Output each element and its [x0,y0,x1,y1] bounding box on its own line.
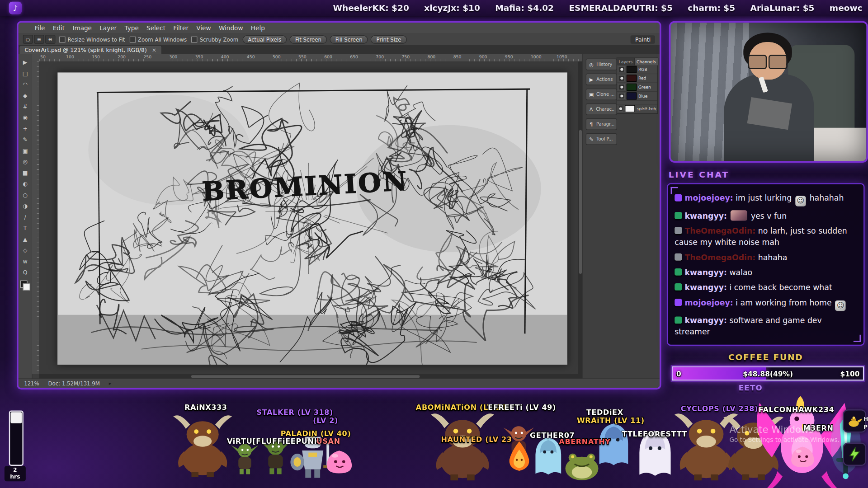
channel-row-rgb[interactable]: RGB [617,65,657,74]
type-tool-icon[interactable]: T [19,222,32,233]
hud-bolt-slot[interactable] [843,443,866,466]
panel-button-charac[interactable]: ACharac... [586,103,617,115]
panel-tab-layers[interactable]: Layers [617,58,635,66]
panel-tab-channels[interactable]: Channels [635,58,658,66]
chat-message: kwangyy: software and game dev streamer [675,314,857,337]
channel-row-green[interactable]: Green [617,83,657,92]
chat-badge-icon [675,299,682,306]
channel-name: RGB [638,67,647,72]
blur-tool-icon[interactable]: ○ [19,189,32,200]
channel-visibility-icon[interactable] [618,84,625,90]
layer-name[interactable]: spirit knight ... [637,106,656,111]
zoom2-tool-icon[interactable]: Q [19,267,32,277]
option-button-fit-screen[interactable]: Fit Screen [290,35,327,43]
layer-thumbnail[interactable] [625,105,635,113]
path-select-tool-icon[interactable]: ▲ [19,234,32,244]
clone-stamp-tool-icon[interactable]: ▣ [19,145,32,156]
menu-layer[interactable]: Layer [96,24,121,32]
healing-tool-icon[interactable]: + [19,123,32,134]
lasso-tool-icon[interactable]: ◠ [19,79,32,89]
menu-image[interactable]: Image [69,24,96,32]
layer-visibility-icon[interactable] [618,106,623,112]
chat-badge-icon [675,227,682,234]
donor-entry: xlcyzJx: $10 [424,3,480,13]
stream-overlay: ♪ WheelerKK: $20xlcyzJx: $10Mafia: $4.02… [0,0,868,488]
option-button-actual-pixels[interactable]: Actual Pixels [242,35,287,43]
artboard[interactable]: BROMINION [57,72,567,365]
chat-badge-icon [675,212,682,219]
hand-tool-icon[interactable]: w [19,256,32,267]
zoom-out-icon[interactable]: ⊖ [45,35,55,44]
lightning-icon [847,446,863,462]
live-chat-panel[interactable]: mojoejoey: im just lurking ☺ hahahahkwan… [667,183,865,346]
tool-palette: ▶□◠◆#◉+✎▣◎■◐○◑/T▲◇wQ [19,54,33,379]
status-arrow-icon[interactable]: ▸ [109,380,112,386]
brush-tool-icon[interactable]: ✎ [19,134,32,145]
zoom-tool-icon[interactable]: ○ [23,35,33,44]
background-color-swatch[interactable] [23,283,30,291]
donor-entry: Mafia: $4.02 [495,3,554,13]
menu-filter[interactable]: Filter [170,24,193,32]
menu-help[interactable]: Help [247,24,269,32]
panel-button-clone[interactable]: ▣Clone ... [586,89,617,100]
channel-thumbnail [627,84,637,91]
channel-row-red[interactable]: Red [617,74,657,83]
channel-visibility-icon[interactable] [618,75,625,81]
checkbox-icon [59,36,66,42]
color-swatches[interactable] [20,281,30,291]
donor-bar: ♪ WheelerKK: $20xlcyzJx: $10Mafia: $4.02… [0,0,868,16]
option-button-print-size[interactable]: Print Size [371,35,407,43]
pen-tool-icon[interactable]: / [19,211,32,222]
channel-visibility-icon[interactable] [618,66,625,72]
eraser-tool-icon[interactable]: ■ [19,167,32,178]
sprite-goblin-2 [260,440,291,474]
checkbox-icon [129,36,136,42]
sprite-abomination [431,413,494,480]
donor-entry: AriaLunar: $5 [750,3,815,13]
move-tool-icon[interactable]: ▶ [19,56,32,67]
menu-view[interactable]: View [193,24,215,32]
music-icon[interactable]: ♪ [9,2,22,14]
document-tab[interactable]: CoverArt.psd @ 121% (spirit knight, RGB/… [19,46,162,54]
menu-type[interactable]: Type [121,24,143,32]
panel-button-history[interactable]: ◎History [586,59,617,70]
layer-row[interactable]: spirit knight ... [617,104,657,113]
menu-file[interactable]: File [31,24,49,32]
coffee-fund-bar: 0 $48.88(49%) $100 [672,366,864,381]
option-checkbox[interactable]: Scrubby Zoom [191,36,238,42]
dodge-tool-icon[interactable]: ◑ [19,200,32,211]
quick-select-tool-icon[interactable]: ◆ [19,89,32,100]
crop-tool-icon[interactable]: # [19,101,32,112]
gradient-tool-icon[interactable]: ◐ [19,178,32,189]
workspace-switcher[interactable]: Painti [631,35,655,43]
channel-row-blue[interactable]: Blue [617,92,657,101]
checkbox-icon [191,36,198,42]
panel-tab-paths[interactable]: Paths [658,58,661,66]
channel-name: Green [638,84,651,89]
panel-button-paragr[interactable]: ¶Paragr... [586,118,617,130]
game-character-strip [0,386,868,488]
option-checkbox[interactable]: Resize Windows to Fit [59,36,125,42]
sprite-cyclops [675,413,738,480]
chat-username: kwangyy: [684,283,726,292]
toolp-panel-icon: ✎ [589,136,594,142]
option-button-fill-screen[interactable]: Fill Screen [330,35,368,43]
fund-current-label: $48.88(49%) [673,367,863,380]
canvas-area[interactable]: BROMINION [39,61,583,374]
menu-window[interactable]: Window [215,24,247,32]
channel-visibility-icon[interactable] [618,93,625,99]
menu-edit[interactable]: Edit [49,24,69,32]
panel-button-toolp[interactable]: ✎Tool P... [586,133,617,145]
eyedropper-tool-icon[interactable]: ◉ [19,112,32,122]
zoom-level[interactable]: 121% [24,380,39,386]
shape-tool-icon[interactable]: ◇ [19,244,32,255]
history-brush-tool-icon[interactable]: ◎ [19,156,32,167]
menu-select[interactable]: Select [142,24,169,32]
panel-button-actions[interactable]: ▶Actions [586,74,617,85]
hud-letter: H [863,416,868,422]
marquee-tool-icon[interactable]: □ [19,67,32,78]
tab-close-icon[interactable]: × [152,47,156,53]
zoom-in-icon[interactable]: ⊕ [34,35,44,44]
option-checkbox[interactable]: Zoom All Windows [129,36,187,42]
hud-lamp-slot[interactable] [843,409,866,432]
